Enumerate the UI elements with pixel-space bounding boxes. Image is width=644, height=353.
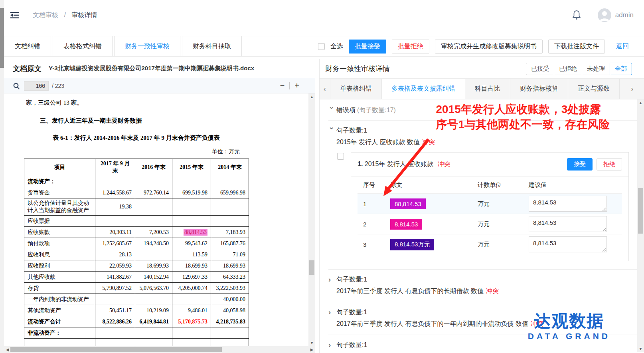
original-value-badge[interactable]: 8,814.53	[390, 219, 422, 230]
row-value: 659,996.98	[211, 187, 249, 198]
zoom-out-button[interactable]: −	[280, 81, 285, 90]
error-item-group: › 句子数量:1 2015年 发行人 应收账款 数值冲突 1. 2015年	[328, 120, 637, 261]
suggestion-input[interactable]: 8,814.53	[529, 216, 607, 232]
reject-button[interactable]: 拒绝	[597, 158, 622, 171]
row-label: 流动资产：	[24, 176, 95, 187]
sentence-count-row: ›句子数量:1	[328, 275, 637, 284]
username[interactable]: admin	[615, 11, 634, 19]
conflict-unit: 万元	[478, 220, 529, 228]
finish-generate-button[interactable]: 审核完成并生成修改版募集说明书	[435, 40, 543, 54]
page-vertical-scrollbar[interactable]	[0, 0, 4, 353]
review-tab-3[interactable]: 财务指标核算	[510, 79, 568, 99]
row-value: 4,205,000.74	[172, 283, 211, 294]
scroll-down-arrow[interactable]: ▼	[308, 339, 315, 346]
resize-handle-icon[interactable]	[602, 247, 606, 252]
row-value	[95, 176, 135, 187]
row-value: 140,152.94	[135, 272, 172, 283]
conflict-tag: 冲突	[422, 139, 435, 145]
row-value	[172, 327, 211, 339]
review-tab-4[interactable]: 正文与源数	[568, 79, 620, 99]
row-value: 141,882.67	[95, 272, 135, 283]
accept-button[interactable]: 接受	[567, 158, 593, 171]
row-value	[135, 294, 172, 305]
scroll-up-arrow[interactable]: ▲	[308, 93, 315, 100]
conflict-seq: 3	[358, 241, 390, 248]
toolbar-tab-1[interactable]: 表格格式纠错	[53, 36, 113, 56]
filter-3[interactable]: 全部	[610, 63, 632, 75]
review-vertical-scrollbar[interactable]: ▲ ▼	[637, 99, 644, 352]
batch-accept-button[interactable]: 批量接受	[349, 40, 386, 54]
search-icon[interactable]	[13, 82, 20, 89]
conflict-suggestion-cell: 8,814.53	[529, 196, 622, 212]
page-number-input[interactable]	[24, 81, 49, 91]
status-filter-group: 已接受已拒绝未处理全部	[526, 63, 632, 75]
review-vscroll-thumb[interactable]	[638, 188, 643, 234]
document-hscroll-thumb[interactable]	[10, 347, 222, 352]
filter-0[interactable]: 已接受	[526, 63, 554, 75]
filter-2[interactable]: 未处理	[582, 63, 610, 75]
scroll-up-arrow[interactable]: ▲	[637, 99, 644, 106]
document-vertical-scrollbar[interactable]: ▲ ▼	[308, 93, 315, 346]
user-avatar[interactable]	[598, 8, 611, 22]
row-value: 7,183.93	[211, 227, 249, 238]
tabs-scroll-right-icon[interactable]: ›	[627, 79, 637, 99]
conflict-row-0: 188,814.53万元8,814.53	[358, 193, 622, 214]
card-checkbox[interactable]	[337, 153, 344, 160]
document-page[interactable]: 家，三级公司 13 家。 三、发行人近三年及一期主要财务数据 表 6-1：发行人…	[4, 93, 315, 351]
tabs-scroll-left-icon[interactable]: ‹	[320, 79, 330, 99]
collapsed-error-item-0[interactable]: ›句子数量:12017年前三季度 发行人 有息负债下的长期借款 数值冲突	[328, 269, 637, 302]
download-annotated-button[interactable]: 下载批注版文件	[548, 40, 605, 54]
row-value: 4,218,735.83	[211, 316, 249, 327]
row-value	[135, 327, 172, 339]
review-tab-1[interactable]: 多表格及表文披露纠错	[382, 79, 465, 99]
menu-collapse-icon[interactable]	[10, 11, 20, 19]
review-panel-header: 财务一致性审核详情 已接受已拒绝未处理全部	[320, 59, 644, 78]
document-filename: Y-3北京城建投资发展股份有限公司2017年度第一期中期票据募集说明书.docx	[49, 65, 254, 72]
review-tab-2[interactable]: 科目占比	[465, 79, 510, 99]
resize-handle-icon[interactable]	[602, 206, 606, 211]
original-value-badge[interactable]: 8,814.53万元	[390, 239, 434, 250]
table-row: 存货5,790,897.525,076,563.704,205,000.743,…	[24, 283, 249, 294]
breadcrumb-section[interactable]: 文档审核	[33, 12, 58, 18]
document-horizontal-scrollbar[interactable]: ◀ ▶	[4, 346, 315, 353]
scroll-down-arrow[interactable]: ▼	[637, 345, 644, 352]
batch-reject-button[interactable]: 批量拒绝	[392, 40, 429, 54]
toolbar-tab-3[interactable]: 财务科目抽取	[182, 36, 242, 56]
conflict-seq: 1	[358, 200, 390, 207]
conflict-seq: 2	[358, 221, 390, 228]
toolbar-tab-2[interactable]: 财务一致性审核	[114, 36, 180, 56]
row-value: 18,699.93	[211, 260, 249, 272]
col-seq: 序号	[358, 181, 390, 189]
filter-1[interactable]: 已拒绝	[554, 63, 582, 75]
back-button[interactable]: 返回	[610, 40, 634, 53]
document-unit-note: 单位：万元	[24, 148, 249, 155]
zoom-divider	[289, 82, 290, 89]
header-right: admin	[571, 8, 634, 22]
scroll-right-arrow[interactable]: ▶	[308, 346, 315, 353]
error-group-count: (句子数量:17)	[357, 106, 396, 115]
zoom-in-button[interactable]: +	[294, 81, 299, 90]
toolbar-tab-0[interactable]: 文档纠错	[4, 36, 51, 56]
annotation-line1: 2015年发行人应收账款，3处披露	[436, 102, 610, 117]
suggestion-input[interactable]: 8,814.53	[529, 196, 607, 212]
select-all-checkbox[interactable]	[318, 43, 325, 50]
table-col-0: 项目	[24, 159, 95, 176]
scroll-left-arrow[interactable]: ◀	[4, 346, 11, 353]
card-actions: 接受 拒绝	[567, 158, 622, 171]
card-index: 1.	[358, 161, 363, 167]
table-row: 应收利息28.13113.5971.09	[24, 249, 249, 260]
page-scrollbar-thumb[interactable]	[0, 8, 4, 68]
notification-bell-icon[interactable]	[571, 10, 582, 21]
conflict-card-header: 1. 2015年 发行人 应收账款 冲突 接受 拒绝	[351, 153, 628, 176]
row-value	[95, 327, 135, 339]
resize-handle-icon[interactable]	[602, 227, 606, 231]
original-value-badge[interactable]: 88,814.53	[390, 198, 426, 209]
breadcrumb-separator: /	[64, 12, 65, 18]
select-all-label[interactable]: 全选	[330, 42, 343, 51]
conflict-original: 8,814.53	[390, 219, 478, 230]
review-tab-0[interactable]: 单表格纠错	[330, 79, 382, 99]
main-tab-group: 文档纠错表格格式纠错财务一致性审核财务科目抽取	[4, 36, 243, 56]
document-vscroll-thumb[interactable]	[309, 260, 314, 275]
table-col-3: 2015 年末	[172, 159, 211, 176]
suggestion-input[interactable]: 8,814.53	[529, 236, 607, 252]
